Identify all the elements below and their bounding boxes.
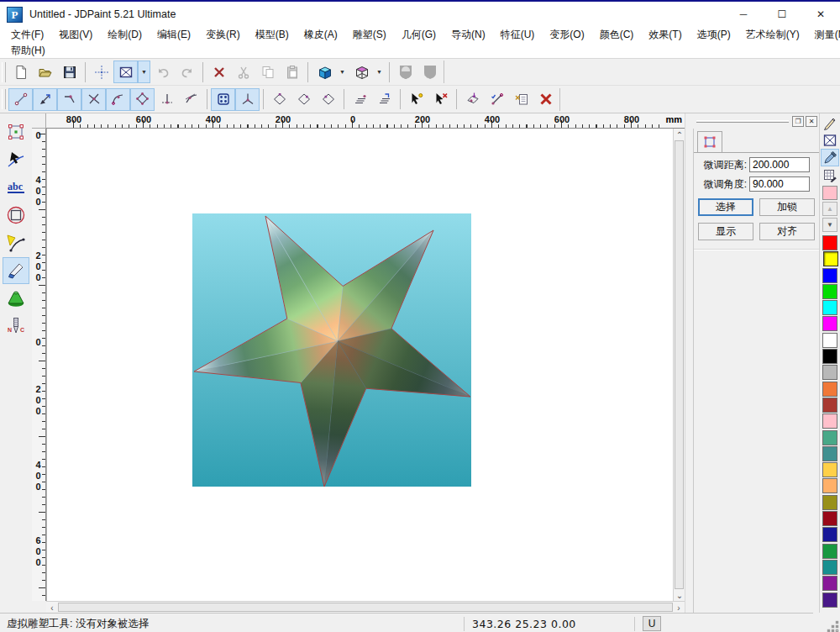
- select-box-dropdown[interactable]: ▼: [138, 61, 150, 83]
- pick-remove-button[interactable]: [428, 88, 453, 111]
- panel-splitter[interactable]: [685, 113, 693, 613]
- paste-button[interactable]: [280, 61, 304, 83]
- palette-color-13[interactable]: [822, 430, 837, 445]
- node-edit-tool-button[interactable]: [3, 146, 29, 173]
- close-button[interactable]: ✕: [801, 2, 840, 27]
- menu-item-r1-15[interactable]: 选项(P): [690, 28, 738, 42]
- horizontal-scroll-thumb[interactable]: [58, 603, 673, 612]
- palette-color-7[interactable]: [822, 333, 837, 348]
- layer-snap-button[interactable]: [348, 88, 372, 111]
- current-color-swatch[interactable]: [822, 186, 837, 200]
- crosshair-button[interactable]: [89, 61, 113, 83]
- object-list-button[interactable]: [509, 88, 533, 111]
- palette-color-16[interactable]: [822, 478, 837, 493]
- wireframe-view-dropdown[interactable]: ▼: [373, 61, 386, 83]
- menu-item-r1-3[interactable]: 绘制(D): [100, 28, 150, 42]
- palette-color-22[interactable]: [822, 576, 837, 591]
- plane-zx-button[interactable]: [316, 88, 340, 111]
- palette-color-8[interactable]: [822, 349, 837, 364]
- transform-tool-button[interactable]: [3, 118, 29, 145]
- cancel-button[interactable]: [533, 88, 558, 111]
- minimize-button[interactable]: ─: [724, 2, 763, 27]
- palette-color-20[interactable]: [822, 544, 837, 559]
- nearest-snap-button[interactable]: [33, 88, 57, 111]
- endpoint-snap-button[interactable]: [8, 88, 33, 111]
- palette-color-12[interactable]: [822, 413, 837, 429]
- palette-color-6[interactable]: [822, 316, 837, 331]
- menu-item-r1-10[interactable]: 导动(N): [444, 28, 493, 42]
- menu-item-r1-8[interactable]: 雕塑(S): [345, 28, 394, 42]
- color-picker-icon[interactable]: [821, 149, 839, 166]
- shaded-view-button[interactable]: [312, 61, 336, 83]
- drawing-canvas[interactable]: [46, 129, 673, 601]
- palette-color-19[interactable]: [822, 527, 837, 542]
- resize-grip[interactable]: [813, 613, 840, 632]
- palette-color-5[interactable]: [822, 300, 837, 315]
- rotate-body-tool-button[interactable]: [3, 285, 29, 312]
- palette-color-21[interactable]: [822, 560, 837, 575]
- panel-grip[interactable]: [696, 120, 789, 123]
- menu-item-r1-12[interactable]: 变形(O): [542, 28, 591, 42]
- axis-snap-button[interactable]: [235, 88, 260, 111]
- menu-item-r1-7[interactable]: 橡皮(A): [297, 28, 345, 42]
- palette-color-18[interactable]: [822, 511, 837, 526]
- select-button[interactable]: 选择: [698, 198, 753, 216]
- app-logo-icon[interactable]: P: [7, 7, 23, 23]
- shape-tool-button[interactable]: [3, 202, 29, 229]
- palette-color-15[interactable]: [822, 462, 837, 477]
- palette-up-button[interactable]: ▲: [822, 202, 837, 216]
- menu-item-r1-1[interactable]: 文件(F): [3, 28, 51, 42]
- menu-item-r1-6[interactable]: 模型(B): [248, 28, 297, 42]
- palette-down-button[interactable]: ▼: [822, 218, 837, 232]
- palette-color-10[interactable]: [822, 382, 837, 397]
- tab-select-tool[interactable]: [697, 131, 722, 152]
- palette-color-14[interactable]: [822, 446, 837, 461]
- palette-color-17[interactable]: [822, 495, 837, 510]
- horizontal-scrollbar[interactable]: ‹ ›: [46, 601, 685, 613]
- scroll-up-icon[interactable]: ⌃: [674, 129, 685, 140]
- menu-item-r1-2[interactable]: 视图(V): [51, 28, 100, 42]
- toolbar-grip[interactable]: [2, 62, 6, 82]
- attribute-edit-icon[interactable]: [821, 166, 839, 184]
- palette-color-9[interactable]: [822, 365, 837, 380]
- maximize-button[interactable]: ☐: [763, 2, 801, 27]
- vertical-scroll-thumb[interactable]: [675, 140, 684, 589]
- toolbar-grip[interactable]: [2, 89, 6, 109]
- curve-tool-button[interactable]: [3, 229, 29, 256]
- text-tool-button[interactable]: abc: [3, 174, 29, 201]
- display-button[interactable]: 显示: [698, 223, 753, 240]
- palette-color-11[interactable]: [822, 398, 837, 413]
- corner-snap-button[interactable]: [57, 88, 81, 111]
- perpendicular-snap-button[interactable]: [155, 88, 179, 111]
- palette-color-3[interactable]: [822, 268, 837, 283]
- palette-color-2[interactable]: [823, 251, 838, 266]
- menu-item-r1-11[interactable]: 特征(U): [493, 28, 543, 42]
- vertical-scrollbar[interactable]: ⌃ ⌄: [673, 129, 685, 601]
- plane-yz-button[interactable]: [291, 88, 316, 111]
- undo-button[interactable]: [150, 61, 175, 83]
- unit-toggle-button[interactable]: U: [643, 616, 661, 631]
- menu-item-r2-1[interactable]: 帮助(H): [3, 44, 53, 58]
- panel-close-button[interactable]: ✕: [806, 116, 817, 127]
- scroll-down-icon[interactable]: ⌄: [674, 589, 685, 601]
- scroll-left-icon[interactable]: ‹: [46, 602, 58, 614]
- sculpt-knife-tool-button[interactable]: [3, 257, 29, 284]
- menu-item-r1-5[interactable]: 变换(R): [198, 28, 248, 42]
- pick-point-button[interactable]: [404, 88, 428, 111]
- palette-color-23[interactable]: [822, 592, 837, 608]
- measure-check-button[interactable]: [485, 88, 509, 111]
- plane-xy-button[interactable]: [267, 88, 291, 111]
- nc-tool-button[interactable]: NC: [3, 313, 29, 340]
- delete-button[interactable]: [207, 61, 231, 83]
- plane-project-button[interactable]: [460, 88, 485, 111]
- copy-button[interactable]: [255, 61, 280, 83]
- select-box-button[interactable]: [113, 61, 138, 83]
- intersection-snap-button[interactable]: [81, 88, 106, 111]
- open-button[interactable]: [33, 61, 57, 83]
- menu-item-r1-4[interactable]: 编辑(E): [150, 28, 198, 42]
- wireframe-view-button[interactable]: [349, 61, 373, 83]
- pen-tool-icon[interactable]: [821, 113, 839, 131]
- lock-button[interactable]: 加锁: [759, 198, 815, 216]
- grid-snap-button[interactable]: [211, 88, 235, 111]
- relief-back-button[interactable]: [417, 61, 442, 83]
